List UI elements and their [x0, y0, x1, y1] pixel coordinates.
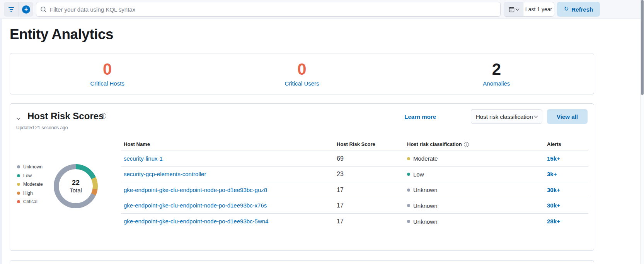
scrollbar-thumb[interactable] — [641, 0, 644, 95]
table-row: gke-endpoint-gke-clu-endpoint-node-po-d1… — [121, 182, 588, 198]
classification-label: Unknown — [413, 202, 438, 209]
host-risk-scores-panel: Host Risk Scores i Learn more Host risk … — [10, 103, 594, 251]
legend-item: Moderate — [17, 180, 43, 189]
critical-hosts-link[interactable]: Critical Hosts — [90, 80, 124, 87]
kpi-critical-users: 0 Critical Users — [204, 60, 399, 87]
host-risk-title: Host Risk Scores — [27, 111, 104, 122]
classification-label: Unknown — [413, 187, 438, 193]
header-alerts: Alerts — [544, 141, 588, 147]
host-name-link[interactable]: gke-endpoint-gke-clu-endpoint-node-po-d1… — [124, 218, 268, 225]
table-header-row: Host Name Host Risk Score Host risk clas… — [121, 138, 588, 151]
legend-item: Low — [17, 171, 43, 180]
legend-label: Unknown — [23, 164, 43, 170]
left-gutter — [0, 0, 2, 264]
classification-label: Low — [413, 171, 424, 178]
date-range-picker: Last 1 year — [504, 2, 554, 17]
kpi-critical-hosts: 0 Critical Hosts — [10, 60, 204, 87]
anomalies-value: 2 — [399, 60, 594, 78]
filter-button-group: + — [4, 2, 33, 17]
info-icon[interactable]: i — [464, 142, 469, 147]
legend-dot-high — [17, 192, 20, 195]
critical-users-link[interactable]: Critical Users — [285, 80, 319, 87]
view-all-button[interactable]: View all — [547, 109, 588, 124]
chevron-down-icon — [534, 114, 538, 118]
page-title: Entity Analytics — [10, 26, 113, 43]
kql-search-input[interactable] — [50, 6, 496, 13]
refresh-label: Refresh — [571, 6, 593, 13]
critical-users-value: 0 — [204, 60, 399, 78]
host-risk-score: 23 — [334, 171, 404, 178]
classification-dot — [407, 204, 410, 207]
legend-dot-critical — [17, 200, 20, 203]
entity-kpi-panel: 0 Critical Hosts 0 Critical Users 2 Anom… — [10, 53, 594, 94]
host-risk-score: 17 — [334, 218, 404, 225]
classification-dropdown[interactable]: Host risk classification — [471, 109, 542, 124]
calendar-icon — [509, 7, 515, 12]
legend-label: Moderate — [23, 182, 43, 187]
anomalies-link[interactable]: Anomalies — [483, 80, 510, 87]
classification-dropdown-value: Host risk classification — [476, 113, 533, 120]
classification-dot — [407, 220, 410, 223]
info-icon[interactable]: i — [101, 113, 106, 119]
add-filter-button[interactable]: + — [19, 2, 33, 17]
host-name-link[interactable]: security-gcp-elements-controller — [124, 171, 206, 177]
alerts-link[interactable]: 28k+ — [547, 218, 560, 225]
host-name-link[interactable]: gke-endpoint-gke-clu-endpoint-node-po-d1… — [124, 202, 267, 209]
header-host-name: Host Name — [121, 141, 334, 147]
scrollbar-track — [641, 0, 644, 264]
kql-filter-bar: + Last 1 year ↻ Refresh — [0, 0, 641, 19]
header-host-risk-score: Host Risk Score — [334, 141, 404, 147]
saved-filters-button[interactable] — [4, 2, 19, 17]
donut-legend: Unknown Low Moderate High Critical — [17, 163, 43, 206]
time-range-value[interactable]: Last 1 year — [523, 6, 554, 12]
host-risk-score: 17 — [334, 187, 404, 194]
plus-icon: + — [22, 5, 30, 14]
classification-dot — [407, 157, 410, 160]
host-risk-score: 17 — [334, 202, 404, 209]
legend-label: High — [23, 190, 33, 196]
collapse-chevron-icon[interactable] — [17, 114, 23, 120]
legend-item: High — [17, 189, 43, 198]
classification-dot — [407, 189, 410, 192]
legend-dot-unknown — [17, 165, 20, 168]
donut-total-value: 22 — [72, 179, 80, 187]
chevron-down-icon — [515, 7, 519, 11]
risk-donut-chart: 22 Total — [54, 164, 98, 208]
host-risk-table: Host Name Host Risk Score Host risk clas… — [121, 138, 588, 230]
alerts-link[interactable]: 3k+ — [547, 171, 557, 177]
header-classification: Host risk classificationi — [404, 141, 544, 147]
learn-more-link[interactable]: Learn more — [404, 113, 436, 120]
donut-total-label: Total — [70, 187, 82, 194]
host-name-link[interactable]: security-linux-1 — [124, 155, 163, 162]
next-section-panel — [10, 260, 594, 264]
updated-timestamp: Updated 21 seconds ago — [16, 125, 68, 130]
legend-dot-low — [17, 174, 20, 177]
classification-dot — [407, 173, 410, 176]
legend-item: Unknown — [17, 163, 43, 171]
kql-search-box[interactable] — [36, 2, 501, 17]
legend-label: Critical — [23, 199, 37, 204]
table-row: security-gcp-elements-controller 23 Low … — [121, 167, 588, 183]
date-quick-menu-button[interactable] — [504, 2, 523, 16]
alerts-link[interactable]: 15k+ — [547, 155, 560, 162]
legend-dot-moderate — [17, 183, 20, 186]
table-row: gke-endpoint-gke-clu-endpoint-node-po-d1… — [121, 198, 588, 214]
refresh-icon: ↻ — [564, 5, 569, 12]
alerts-link[interactable]: 30k+ — [547, 202, 560, 209]
legend-label: Low — [23, 173, 32, 178]
table-row: gke-endpoint-gke-clu-endpoint-node-po-d1… — [121, 214, 588, 230]
legend-item: Critical — [17, 197, 43, 206]
search-icon — [40, 6, 47, 13]
table-row: security-linux-1 69 Moderate 15k+ — [121, 151, 588, 167]
filter-icon — [9, 7, 14, 12]
critical-hosts-value: 0 — [10, 60, 204, 78]
classification-label: Moderate — [413, 155, 438, 162]
host-risk-header: Host Risk Scores i Learn more Host risk … — [16, 110, 588, 125]
classification-label: Unknown — [413, 218, 438, 225]
kpi-anomalies: 2 Anomalies — [399, 60, 594, 87]
refresh-button[interactable]: ↻ Refresh — [557, 2, 600, 17]
risk-donut-center: 22 Total — [59, 169, 93, 203]
host-name-link[interactable]: gke-endpoint-gke-clu-endpoint-node-po-d1… — [124, 187, 267, 193]
alerts-link[interactable]: 30k+ — [547, 187, 560, 193]
host-risk-score: 69 — [334, 155, 404, 162]
